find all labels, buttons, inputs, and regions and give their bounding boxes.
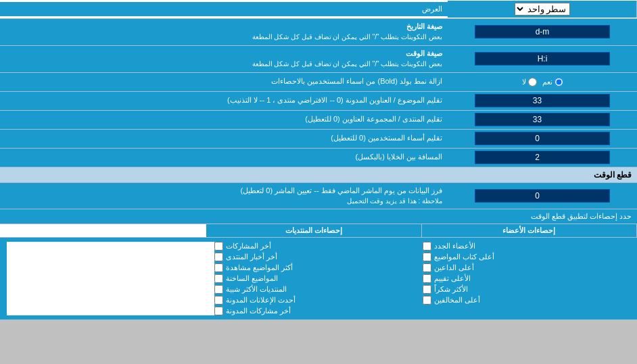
bold-remove-row: ازالة نمط بولد (Bold) من اسماء المستخدمي… (0, 73, 637, 92)
stats-limit-label: حدد إحصاءات لتطبيق قطع الوقت (0, 209, 637, 224)
cutoff-section-header: قطع الوقت (0, 167, 637, 183)
display-label: العرض (0, 2, 448, 16)
cell-spacing-label: المسافة بين الخلايا (بالبكسل) (0, 149, 448, 167)
member-stats-col: الأعضاء الجدد أعلى كتاب المواضيع أعلى ال… (423, 242, 630, 315)
display-select[interactable]: سطر واحد سطرين ثلاثة أسطر (515, 3, 570, 16)
checkbox-member-3[interactable] (423, 263, 431, 272)
list-item: أكثر المواضيع مشاهدة (214, 263, 422, 272)
list-item: المنتديات الأكثر شبية (214, 285, 422, 294)
cell-spacing-input-container (448, 149, 637, 167)
cell-spacing-row: المسافة بين الخلايا (بالبكسل) (0, 149, 637, 167)
list-item: أعلى المخالفين (423, 296, 630, 305)
forum-stats-col: أخر المشاركات أخر أخبار المنتدى أكثر الم… (214, 242, 422, 315)
forum-titles-label: تقليم المنتدى / المجموعة العناوين (0 للت… (0, 111, 448, 129)
usernames-row: تقليم أسماء المستخدمين (0 للتعطيل) (0, 130, 637, 149)
forum-titles-input-container (448, 111, 637, 129)
topic-titles-row: تقليم الموضوع / العناوين المدونة (0 -- ا… (0, 92, 637, 111)
checkbox-forum-5[interactable] (214, 285, 223, 294)
usernames-input[interactable] (475, 132, 610, 145)
list-item: المواضيع الساخنة (214, 274, 422, 283)
list-item: أحدث الإعلانات المدونة (214, 296, 422, 305)
bold-remove-label: ازالة نمط بولد (Bold) من اسماء المستخدمي… (0, 73, 448, 91)
bold-yes-label[interactable]: نعم (542, 78, 563, 86)
display-control: سطر واحد سطرين ثلاثة أسطر (448, 1, 637, 18)
forum-stats-header: إحصاءات المنتديات (206, 224, 421, 237)
date-format-input-container (448, 19, 637, 45)
topic-titles-label: تقليم الموضوع / العناوين المدونة (0 -- ا… (0, 92, 448, 110)
bold-remove-input-container: نعم لا (448, 73, 637, 91)
cutoff-row: فرز البيانات من يوم الماشر الماضي فقط --… (0, 183, 637, 210)
list-item: الأعضاء الجدد (423, 242, 630, 251)
bold-no-label[interactable]: لا (522, 78, 537, 86)
forum-titles-row: تقليم المنتدى / المجموعة العناوين (0 للت… (0, 111, 637, 130)
list-item: الأكثر شكراً (423, 285, 630, 294)
checkbox-forum-1[interactable] (214, 242, 223, 251)
forum-titles-input[interactable] (475, 113, 610, 126)
cutoff-input[interactable] (475, 189, 610, 203)
checkbox-member-4[interactable] (423, 274, 431, 283)
stats-limit-row: حدد إحصاءات لتطبيق قطع الوقت (0, 209, 637, 224)
display-row: العرض سطر واحد سطرين ثلاثة أسطر (0, 0, 637, 19)
list-item: أعلى كتاب المواضيع (423, 253, 630, 261)
date-format-label: صيغة التاريخ بعض التكوينات يتطلب "/" الت… (0, 19, 448, 45)
list-item: أعلى الداعين (423, 263, 630, 272)
time-format-input[interactable] (475, 52, 610, 66)
empty-checkbox-col (7, 242, 214, 315)
time-format-input-container (448, 46, 637, 72)
list-item: الأعلى تقييم (423, 274, 630, 283)
time-format-label: صيغة الوقت بعض التكوينات يتطلب "/" التي … (0, 46, 448, 72)
checkboxes-area: أخر المشاركات أخر أخبار المنتدى أكثر الم… (0, 238, 637, 320)
checkbox-forum-7[interactable] (214, 307, 223, 315)
checkbox-member-5[interactable] (423, 285, 431, 294)
cutoff-input-container (448, 183, 637, 209)
list-item: أخر أخبار المنتدى (214, 253, 422, 261)
checkbox-forum-3[interactable] (214, 263, 223, 272)
checkboxes-header-row: إحصاءات المنتديات إحصاءات الأعضاء (0, 224, 637, 238)
empty-header-col (0, 224, 206, 237)
checkbox-forum-6[interactable] (214, 296, 223, 305)
checkbox-member-1[interactable] (423, 242, 431, 251)
list-item: أخر المشاركات (214, 242, 422, 251)
bold-yes-radio[interactable] (555, 78, 563, 86)
checkbox-member-6[interactable] (423, 296, 431, 305)
cell-spacing-input[interactable] (475, 151, 610, 164)
topic-titles-input-container (448, 92, 637, 110)
usernames-label: تقليم أسماء المستخدمين (0 للتعطيل) (0, 130, 448, 148)
time-format-row: صيغة الوقت بعض التكوينات يتطلب "/" التي … (0, 46, 637, 73)
date-format-input[interactable] (475, 25, 610, 38)
checkbox-forum-2[interactable] (214, 253, 223, 261)
list-item: أخر مشاركات المدونة (214, 307, 422, 315)
cutoff-label: فرز البيانات من يوم الماشر الماضي فقط --… (0, 183, 448, 209)
bold-no-radio[interactable] (528, 78, 537, 86)
topic-titles-input[interactable] (475, 94, 610, 107)
member-stats-header: إحصاءات الأعضاء (422, 224, 637, 237)
checkbox-forum-4[interactable] (214, 274, 223, 283)
date-format-row: صيغة التاريخ بعض التكوينات يتطلب "/" الت… (0, 19, 637, 46)
checkbox-member-2[interactable] (423, 253, 431, 261)
bold-radio-group: نعم لا (522, 78, 563, 86)
usernames-input-container (448, 130, 637, 148)
